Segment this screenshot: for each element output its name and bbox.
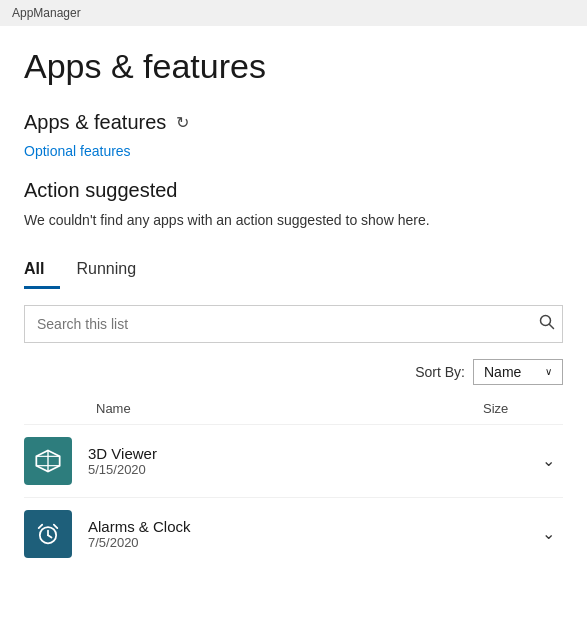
search-icon: [539, 314, 555, 330]
page-title: Apps & features: [24, 46, 563, 87]
app-info-alarms: Alarms & Clock 7/5/2020: [88, 518, 534, 550]
app-row-3dviewer: 3D Viewer 5/15/2020 ⌄: [24, 424, 563, 497]
section-header: Apps & features ↻: [24, 111, 563, 134]
tab-running[interactable]: Running: [76, 252, 152, 289]
column-headers: Name Size: [24, 397, 563, 420]
search-input[interactable]: [24, 305, 563, 343]
app-info-3dviewer: 3D Viewer 5/15/2020: [88, 445, 534, 477]
app-bar: AppManager: [0, 0, 587, 26]
svg-line-8: [48, 535, 52, 537]
app-row-alarms: Alarms & Clock 7/5/2020 ⌄: [24, 497, 563, 570]
tab-all[interactable]: All: [24, 252, 60, 289]
sort-label: Sort By:: [415, 364, 465, 380]
svg-line-10: [54, 524, 58, 528]
3d-viewer-icon: [34, 447, 62, 475]
search-button[interactable]: [539, 314, 555, 334]
alarms-clock-icon: [34, 520, 62, 548]
app-bar-title: AppManager: [12, 6, 81, 20]
sort-chevron-icon: ∨: [545, 366, 552, 377]
svg-line-9: [39, 524, 43, 528]
app-name-alarms: Alarms & Clock: [88, 518, 534, 535]
app-icon-3dviewer: [24, 437, 72, 485]
app-date-3dviewer: 5/15/2020: [88, 462, 534, 477]
column-size: Size: [483, 401, 563, 416]
search-container: [24, 305, 563, 343]
app-name-3dviewer: 3D Viewer: [88, 445, 534, 462]
svg-line-1: [550, 324, 554, 328]
sort-value: Name: [484, 364, 539, 380]
column-name: Name: [96, 401, 483, 416]
refresh-icon[interactable]: ↻: [176, 113, 189, 132]
app-date-alarms: 7/5/2020: [88, 535, 534, 550]
app-icon-alarms: [24, 510, 72, 558]
app-expand-alarms[interactable]: ⌄: [534, 516, 563, 551]
action-suggested-desc: We couldn't find any apps with an action…: [24, 212, 563, 228]
main-content: Apps & features Apps & features ↻ Option…: [0, 26, 587, 590]
sort-row: Sort By: Name ∨: [24, 359, 563, 385]
section-subtitle: Apps & features: [24, 111, 166, 134]
sort-select[interactable]: Name ∨: [473, 359, 563, 385]
app-expand-3dviewer[interactable]: ⌄: [534, 443, 563, 478]
optional-features-link[interactable]: Optional features: [24, 143, 131, 159]
action-suggested-title: Action suggested: [24, 179, 563, 202]
tabs-container: All Running: [24, 252, 563, 289]
